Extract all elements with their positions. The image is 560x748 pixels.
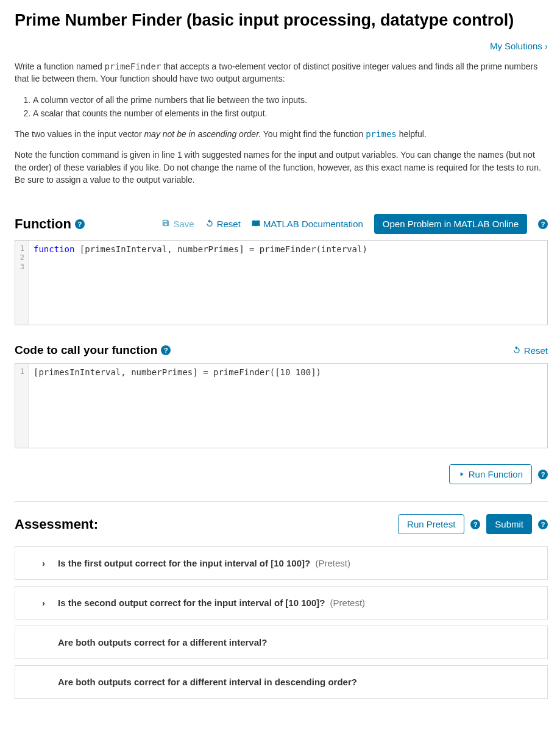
run-label: Run Function: [469, 469, 523, 479]
desc-p2-a: The two values in the input vector: [15, 129, 144, 139]
desc-intro: Write a function named primeFinder that …: [15, 60, 548, 85]
desc-p2-b: You might find the function: [261, 129, 366, 139]
page-title: Prime Number Finder (basic input process…: [15, 11, 548, 30]
assessment-test-item: ›Is the first output correct for the inp…: [15, 546, 548, 580]
test-title: Is the first output correct for the inpu…: [58, 558, 350, 568]
line-gutter: 1: [15, 364, 29, 448]
desc-p2: The two values in the input vector may n…: [15, 128, 548, 140]
help-icon[interactable]: ?: [538, 219, 548, 229]
help-icon[interactable]: ?: [470, 520, 480, 529]
open-matlab-online-button[interactable]: Open Problem in MATLAB Online: [374, 214, 527, 234]
reset-function-button[interactable]: Reset: [205, 219, 241, 229]
chevron-right-icon[interactable]: ›: [42, 598, 49, 608]
test-title: Is the second output correct for the inp…: [58, 598, 365, 608]
submit-button[interactable]: Submit: [486, 514, 532, 534]
reset-label: Reset: [217, 219, 241, 229]
test-label: Are both outputs correct for a different…: [58, 637, 267, 647]
run-pretest-button[interactable]: Run Pretest: [398, 514, 464, 534]
desc-list: A column vector of all the prime numbers…: [33, 94, 548, 120]
call-heading: Code to call your function: [15, 344, 157, 357]
test-title: Are both outputs correct for a different…: [58, 677, 357, 687]
reset-icon: [205, 219, 214, 229]
code-rest: [primesInInterval, numberPrimes] = prime…: [74, 244, 367, 254]
assessment-test-item: ›Are both outputs correct for a differen…: [15, 665, 548, 699]
desc-p3: Note the function command is given in li…: [15, 149, 548, 186]
function-editor[interactable]: 1 2 3 function [primesInInterval, number…: [15, 240, 548, 325]
desc-p2-code: primes: [366, 129, 397, 139]
test-label: Is the second output correct for the inp…: [58, 598, 325, 608]
matlab-doc-label: MATLAB Documentation: [263, 219, 363, 229]
test-suffix: (Pretest): [313, 558, 350, 568]
desc-intro-code: primeFinder: [105, 62, 161, 71]
desc-list-item: A column vector of all the prime numbers…: [33, 94, 548, 106]
desc-p2-c: helpful.: [397, 129, 427, 139]
my-solutions-link[interactable]: My Solutions ›: [490, 41, 548, 51]
function-heading: Function: [15, 216, 71, 232]
test-title: Are both outputs correct for a different…: [58, 637, 267, 647]
reset-label: Reset: [524, 345, 548, 356]
call-code[interactable]: [primesInInterval, numberPrimes] = prime…: [29, 364, 547, 448]
divider: [15, 501, 548, 502]
assessment-test-item: ›Are both outputs correct for a differen…: [15, 626, 548, 659]
help-icon[interactable]: ?: [161, 345, 171, 355]
test-suffix: (Pretest): [327, 598, 365, 608]
reset-icon: [512, 345, 521, 356]
desc-list-item: A scalar that counts the number of eleme…: [33, 107, 548, 119]
help-icon[interactable]: ?: [75, 219, 85, 229]
matlab-doc-link[interactable]: MATLAB Documentation: [252, 219, 363, 229]
function-code[interactable]: function [primesInInterval, numberPrimes…: [29, 241, 547, 325]
save-icon: [161, 219, 170, 229]
help-icon[interactable]: ?: [538, 520, 548, 529]
assessment-heading: Assessment:: [15, 517, 98, 532]
line-gutter: 1 2 3: [15, 241, 29, 325]
play-icon: [458, 469, 465, 479]
help-icon[interactable]: ?: [538, 470, 548, 479]
desc-p2-em: may not be in ascending order.: [144, 129, 261, 139]
chevron-right-icon: ›: [545, 41, 548, 51]
keyword: function: [34, 244, 74, 254]
my-solutions-label: My Solutions: [490, 41, 542, 51]
book-icon: [252, 219, 260, 229]
save-label: Save: [173, 219, 194, 229]
test-label: Are both outputs correct for a different…: [58, 677, 357, 687]
test-label: Is the first output correct for the inpu…: [58, 558, 310, 568]
call-editor[interactable]: 1 [primesInInterval, numberPrimes] = pri…: [15, 363, 548, 448]
chevron-right-icon[interactable]: ›: [42, 558, 49, 568]
save-button[interactable]: Save: [161, 219, 194, 229]
run-function-button[interactable]: Run Function: [449, 464, 532, 484]
reset-call-button[interactable]: Reset: [512, 345, 548, 356]
assessment-test-item: ›Is the second output correct for the in…: [15, 586, 548, 619]
desc-intro-a: Write a function named: [15, 62, 105, 71]
